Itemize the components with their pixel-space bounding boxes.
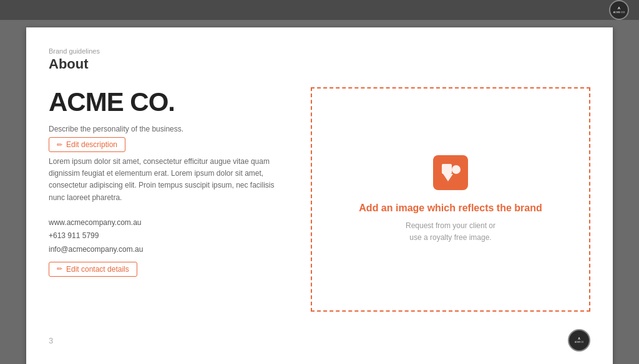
image-placeholder-icon	[439, 161, 462, 184]
company-name: ACME CO.	[49, 87, 286, 117]
contact-section: www.acmecompany.com.au +613 911 5799 inf…	[49, 216, 286, 277]
description-intro: Describe the personality of the business…	[49, 125, 286, 133]
description-body: Lorem ipsum dolor sit amet, consectetur …	[49, 157, 275, 202]
image-placeholder-area[interactable]: Add an image which reflects the brand Re…	[311, 87, 590, 312]
edit-contact-button[interactable]: ✏ Edit contact details	[49, 262, 137, 277]
edit-contact-label: Edit contact details	[66, 265, 129, 274]
add-image-subtitle: Request from your client oruse a royalty…	[406, 220, 495, 244]
svg-marker-2	[443, 174, 453, 181]
pencil-icon: ✏	[57, 141, 62, 149]
contact-website: www.acmecompany.com.au	[49, 216, 286, 230]
page-title: About	[49, 56, 590, 72]
brand-guidelines-label: Brand guidelines	[49, 47, 590, 55]
add-image-title: Add an image which reflects the brand	[359, 203, 542, 214]
top-bar: AACME CO	[0, 0, 639, 20]
contact-info: www.acmecompany.com.au +613 911 5799 inf…	[49, 216, 286, 257]
left-column: ACME CO. Describe the personality of the…	[49, 87, 286, 277]
footer-logo: AACME CO	[568, 329, 590, 352]
page-footer: 3 AACME CO	[49, 324, 590, 352]
pencil-contact-icon: ✏	[57, 265, 62, 273]
page-number: 3	[49, 336, 53, 345]
svg-point-1	[452, 165, 461, 174]
top-logo-badge: AACME CO	[609, 0, 629, 20]
contact-email: info@acmecompany.com.au	[49, 243, 286, 257]
document-page-1: Brand guidelines About ACME CO. Describe…	[26, 27, 613, 364]
image-icon-container	[433, 155, 468, 190]
edit-description-button[interactable]: ✏ Edit description	[49, 137, 125, 152]
edit-description-label: Edit description	[66, 140, 117, 149]
page-container: Brand guidelines About ACME CO. Describe…	[0, 20, 639, 364]
svg-rect-0	[442, 164, 452, 174]
content-layout: ACME CO. Describe the personality of the…	[49, 87, 590, 312]
description-text: Lorem ipsum dolor sit amet, consectetur …	[49, 156, 286, 204]
contact-phone: +613 911 5799	[49, 229, 286, 243]
